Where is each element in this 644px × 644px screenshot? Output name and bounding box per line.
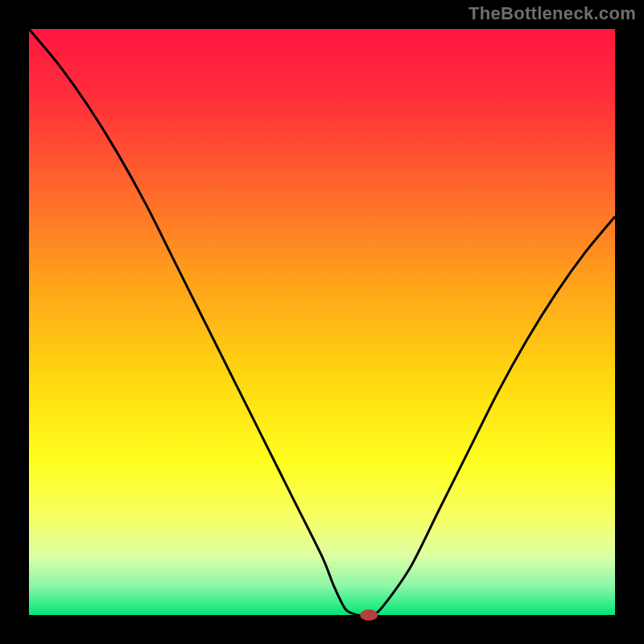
watermark-text: TheBottleneck.com [469, 3, 636, 24]
gradient-panel [29, 29, 615, 615]
bottleneck-chart [0, 0, 644, 644]
chart-stage: TheBottleneck.com [0, 0, 644, 644]
bottleneck-marker [360, 609, 378, 621]
